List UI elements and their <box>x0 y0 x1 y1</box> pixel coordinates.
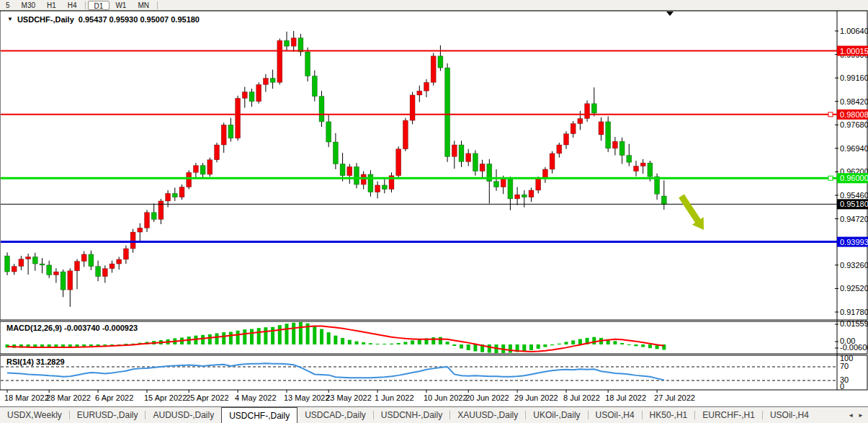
candle-body <box>12 267 17 272</box>
price-axis-label: 0.98420 <box>840 97 868 106</box>
chart-tab-usdxweekly[interactable]: USDX,Weekly <box>0 407 69 423</box>
candle-body <box>270 79 275 83</box>
candle-body <box>501 179 506 187</box>
candle-body <box>550 153 555 169</box>
chart-tab-usdchfdaily[interactable]: USDCHF-,Daily <box>221 407 297 423</box>
candle-body <box>361 174 366 184</box>
line-price-tag-text: 0.96000 <box>840 174 868 182</box>
tab-scroll-left-icon[interactable]: ◄ <box>848 412 854 419</box>
candle-body <box>285 40 290 46</box>
candle-body <box>591 104 596 113</box>
candle-body <box>193 166 198 173</box>
rsi-indicator-label: RSI(14) 31.2829 <box>6 357 65 366</box>
price-axis-label: 1.00640 <box>840 27 868 35</box>
candle-body <box>221 125 226 145</box>
candle-body <box>634 166 639 172</box>
time-axis-label: 4 May 2022 <box>235 393 276 402</box>
candle-body <box>417 91 422 95</box>
time-axis-label: 18 Jul 2022 <box>605 393 646 402</box>
sell-arrow-object[interactable] <box>679 195 704 231</box>
candle-body <box>138 228 143 232</box>
candle-body <box>459 145 464 161</box>
candle-body <box>445 68 450 156</box>
candle-body <box>109 264 115 269</box>
price-axis-label: 0.94720 <box>840 215 868 223</box>
chart-tab-audusddaily[interactable]: AUDUSD-,Daily <box>146 407 221 423</box>
rsi-axis-label: 70 <box>840 362 849 370</box>
candle-body <box>89 254 94 267</box>
candle-body <box>200 166 205 174</box>
chevron-down-icon[interactable]: ▼ <box>7 16 13 22</box>
line-price-tag-text: 0.93993 <box>840 238 868 246</box>
candle-body <box>466 153 471 161</box>
candle-body <box>564 134 569 145</box>
candle-body <box>151 213 156 220</box>
chart-tab-usoilh4[interactable]: USOil-,H4 <box>763 407 816 423</box>
candle-body <box>326 122 331 142</box>
candle-body <box>26 257 31 259</box>
line-price-tag-text: 1.00015 <box>840 47 868 55</box>
shift-marker-icon[interactable] <box>666 12 674 16</box>
candle-body <box>102 269 107 277</box>
candle-body <box>403 120 408 149</box>
candle-body <box>298 38 303 52</box>
time-axis-label: 6 Apr 2022 <box>95 393 133 402</box>
candle-body <box>145 213 150 228</box>
time-axis-label: 10 Jun 2022 <box>424 393 467 402</box>
candle-body <box>585 104 590 119</box>
candle-body <box>578 118 583 123</box>
price-axis-label: 0.95460 <box>840 191 868 200</box>
candle-body <box>368 174 373 192</box>
chart-tab-usdcaddaily[interactable]: USDCAD-,Daily <box>297 407 373 423</box>
time-axis-label: 18 Mar 2022 <box>4 393 49 402</box>
candle-body <box>53 272 58 275</box>
chart-tab-eurchfh1[interactable]: EURCHF-,H1 <box>695 407 762 423</box>
candle-body <box>61 272 66 290</box>
price-axis[interactable]: 1.006400.999000.991600.984200.976800.969… <box>835 27 868 316</box>
price-axis-label: 0.93260 <box>840 261 868 270</box>
candle-body <box>640 163 645 166</box>
candle-body <box>424 82 429 91</box>
candle-body <box>494 182 499 187</box>
line-handle[interactable] <box>828 112 833 117</box>
candle-body <box>236 98 241 138</box>
candle-body <box>68 271 73 290</box>
tab-scroll-right-icon[interactable]: ► <box>858 412 864 419</box>
candle-body <box>599 122 604 135</box>
macd-indicator-label: MACD(12,26,9) -0.003740 -0.000923 <box>6 324 138 332</box>
time-axis[interactable]: 18 Mar 202228 Mar 20226 Apr 202215 Apr 2… <box>4 390 695 402</box>
candle-body <box>130 232 135 249</box>
candlestick-series <box>5 31 667 307</box>
candle-body <box>480 164 485 171</box>
chart-tab-eurusddaily[interactable]: EURUSD-,Daily <box>70 407 146 423</box>
time-axis-label: 27 Jul 2022 <box>654 393 695 402</box>
candle-body <box>215 145 220 160</box>
chart-tab-usoilh4[interactable]: USOil-,H4 <box>589 407 642 423</box>
candle-body <box>242 92 247 99</box>
candle-body <box>557 145 562 153</box>
rsi-panel-border <box>0 355 867 390</box>
candle-body <box>166 193 171 201</box>
chart-tab-hk50h1[interactable]: HK50-,H1 <box>643 407 695 423</box>
candle-body <box>256 84 261 101</box>
time-axis-label: 1 Jun 2022 <box>375 393 413 402</box>
candle-body <box>179 187 184 197</box>
candle-body <box>529 190 534 197</box>
chart-tab-usdcnhdaily[interactable]: USDCNH-,Daily <box>374 407 449 423</box>
candle-body <box>123 249 128 259</box>
candle-body <box>508 179 513 199</box>
line-handle[interactable] <box>828 176 833 180</box>
time-axis-label: 8 Jul 2022 <box>563 393 600 402</box>
price-axis-label: 0.97680 <box>840 120 868 129</box>
chart-tab-ukoildaily[interactable]: UKOil-,Daily <box>526 407 587 423</box>
candle-body <box>612 141 617 148</box>
trading-app-window: 5M30H1H4D1W1MN 1.006400.999000.991600.98… <box>0 0 868 423</box>
chart-tab-xauusddaily[interactable]: XAUUSD-,Daily <box>450 407 525 423</box>
candle-body <box>75 262 80 271</box>
candle-body <box>536 179 541 190</box>
candle-body <box>47 265 52 275</box>
candle-body <box>661 196 666 204</box>
macd-axis-label: -0.0060605 <box>840 343 868 352</box>
candle-body <box>312 76 317 97</box>
candle-body <box>382 185 387 190</box>
